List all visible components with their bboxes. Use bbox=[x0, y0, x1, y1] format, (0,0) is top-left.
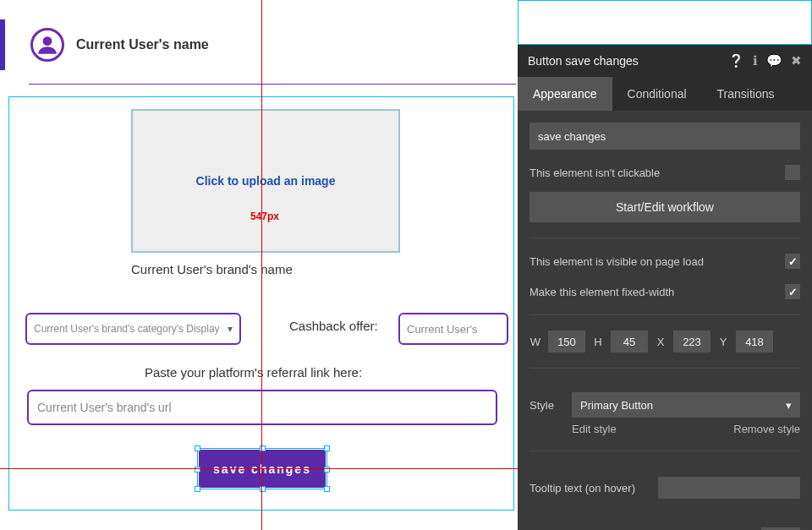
tab-conditional[interactable]: Conditional bbox=[612, 77, 702, 111]
info-icon[interactable]: ℹ bbox=[753, 53, 758, 68]
svg-point-0 bbox=[43, 36, 52, 46]
panel-tabs: Appearance Conditional Transitions bbox=[518, 77, 812, 111]
fixed-width-checkbox[interactable] bbox=[785, 284, 800, 299]
close-icon[interactable]: ✖ bbox=[791, 53, 802, 68]
panel-title: Button save changes bbox=[528, 54, 728, 68]
url-input[interactable]: Current User's brand's url bbox=[27, 390, 497, 425]
style-dropdown[interactable]: Primary Button ▾ bbox=[572, 392, 800, 418]
chevron-down-icon: ▾ bbox=[786, 399, 792, 412]
not-clickable-label: This element isn't clickable bbox=[529, 167, 785, 179]
upload-label: Click to upload an image bbox=[196, 174, 336, 188]
height-input[interactable]: 45 bbox=[611, 331, 648, 352]
url-placeholder: Current User's brand's url bbox=[37, 401, 172, 414]
tooltip-input[interactable] bbox=[658, 477, 800, 499]
visible-checkbox[interactable] bbox=[785, 254, 800, 269]
avatar-icon bbox=[30, 28, 64, 62]
y-input[interactable]: 418 bbox=[736, 331, 773, 352]
tooltip-label: Tooltip text (on hover) bbox=[529, 482, 648, 494]
cashback-placeholder: Current User's bbox=[407, 323, 477, 336]
header-underline bbox=[29, 84, 516, 85]
panel-body: This element isn't clickable Start/Edit … bbox=[518, 111, 812, 530]
top-outline bbox=[518, 0, 812, 45]
x-input[interactable]: 223 bbox=[673, 331, 710, 352]
cashback-input[interactable]: Current User's bbox=[398, 313, 508, 345]
horizontal-guide bbox=[0, 468, 518, 469]
paste-link-label: Paste your platform's referral link here… bbox=[145, 365, 362, 380]
panel-title-bar[interactable]: Button save changes ❔ ℹ 💬 ✖ bbox=[518, 45, 812, 77]
edit-style-link[interactable]: Edit style bbox=[572, 423, 617, 435]
element-name-input[interactable] bbox=[529, 123, 800, 150]
tab-transitions[interactable]: Transitions bbox=[702, 77, 790, 111]
brand-name-label: Current User's brand's name bbox=[131, 262, 293, 276]
category-placeholder: Current User's brand's category's Displa… bbox=[34, 323, 220, 335]
editor-canvas: Current User's name Click to upload an i… bbox=[0, 0, 518, 530]
comment-icon[interactable]: 💬 bbox=[766, 53, 782, 68]
cashback-label: Cashback offer: bbox=[289, 319, 378, 333]
inspector-panel: Button save changes ❔ ℹ 💬 ✖ Appearance C… bbox=[518, 45, 812, 530]
dimension-label: 547px bbox=[250, 210, 279, 222]
chevron-down-icon: ▾ bbox=[228, 323, 233, 335]
profile-header: Current User's name bbox=[0, 19, 518, 70]
username-label: Current User's name bbox=[76, 37, 209, 52]
start-edit-workflow-button[interactable]: Start/Edit workflow bbox=[529, 192, 800, 222]
category-dropdown[interactable]: Current User's brand's category's Displa… bbox=[25, 313, 241, 345]
image-upload-box[interactable]: Click to upload an image bbox=[131, 109, 400, 253]
width-input[interactable]: 150 bbox=[548, 331, 585, 352]
visible-label: This element is visible on page load bbox=[529, 255, 785, 268]
vertical-guide bbox=[261, 0, 262, 530]
style-label: Style bbox=[529, 399, 562, 412]
help-icon[interactable]: ❔ bbox=[728, 53, 744, 68]
tab-appearance[interactable]: Appearance bbox=[518, 77, 612, 111]
dimensions-row: W 150 H 45 X 223 Y 418 bbox=[529, 331, 800, 352]
fixed-width-label: Make this element fixed-width bbox=[529, 286, 785, 298]
remove-style-link[interactable]: Remove style bbox=[733, 423, 800, 435]
not-clickable-checkbox[interactable] bbox=[785, 165, 800, 180]
